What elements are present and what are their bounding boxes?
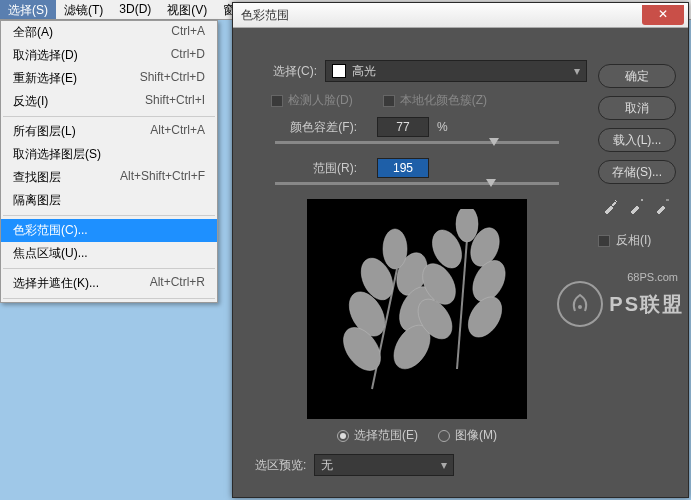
invert-checkbox[interactable]: 反相(I) bbox=[598, 232, 676, 249]
select-value: 高光 bbox=[352, 63, 376, 80]
svg-point-7 bbox=[383, 229, 407, 269]
chevron-down-icon: ▾ bbox=[574, 64, 580, 78]
load-button[interactable]: 载入(L)... bbox=[598, 128, 676, 152]
menu-filter[interactable]: 滤镜(T) bbox=[56, 0, 111, 19]
menu-focus-area[interactable]: 焦点区域(U)... bbox=[1, 242, 217, 265]
checkbox-icon bbox=[598, 235, 610, 247]
radio-icon bbox=[438, 430, 450, 442]
menu-separator bbox=[3, 116, 215, 117]
slider-thumb[interactable] bbox=[489, 138, 499, 146]
chevron-down-icon: ▾ bbox=[441, 458, 447, 472]
dialog-titlebar[interactable]: 色彩范围 ✕ bbox=[233, 3, 688, 28]
highlight-swatch bbox=[332, 64, 346, 78]
checkbox-icon bbox=[383, 95, 395, 107]
localized-clusters-checkbox: 本地化颜色簇(Z) bbox=[383, 92, 487, 109]
svg-point-14 bbox=[461, 291, 508, 343]
range-slider[interactable] bbox=[275, 182, 559, 185]
menu-select-and-mask[interactable]: 选择并遮住(K)...Alt+Ctrl+R bbox=[1, 272, 217, 295]
select-menu-dropdown: 全部(A)Ctrl+A 取消选择(D)Ctrl+D 重新选择(E)Shift+C… bbox=[0, 20, 218, 303]
selection-preview-label: 选区预览: bbox=[255, 457, 306, 474]
menu-color-range[interactable]: 色彩范围(C)... bbox=[1, 219, 217, 242]
eyedropper-minus-icon[interactable] bbox=[653, 196, 673, 216]
fuzziness-slider[interactable] bbox=[275, 141, 559, 144]
menu-isolate-layers[interactable]: 隔离图层 bbox=[1, 189, 217, 212]
selection-preview-dropdown[interactable]: 无 ▾ bbox=[314, 454, 454, 476]
menu-all[interactable]: 全部(A)Ctrl+A bbox=[1, 21, 217, 44]
eyedropper-group bbox=[598, 196, 676, 216]
dialog-side-panel: 确定 取消 载入(L)... 存储(S)... 反相(I) bbox=[598, 64, 676, 249]
menu-3d[interactable]: 3D(D) bbox=[111, 0, 159, 19]
watermark-text: PS联盟 bbox=[609, 291, 684, 318]
radio-icon bbox=[337, 430, 349, 442]
menu-select[interactable]: 选择(S) bbox=[0, 0, 56, 19]
menu-find-layers[interactable]: 查找图层Alt+Shift+Ctrl+F bbox=[1, 166, 217, 189]
menu-all-layers[interactable]: 所有图层(L)Alt+Ctrl+A bbox=[1, 120, 217, 143]
detect-faces-checkbox: 检测人脸(D) bbox=[271, 92, 353, 109]
menu-separator bbox=[3, 298, 215, 299]
menu-deselect[interactable]: 取消选择(D)Ctrl+D bbox=[1, 44, 217, 67]
select-dropdown[interactable]: 高光 ▾ bbox=[325, 60, 587, 82]
color-range-dialog: 色彩范围 ✕ 选择(C): 高光 ▾ 检测人脸(D) 本地化颜色簇(Z) bbox=[232, 2, 689, 498]
fuzziness-label: 颜色容差(F): bbox=[247, 119, 357, 136]
dialog-title: 色彩范围 bbox=[233, 7, 289, 24]
menu-view[interactable]: 视图(V) bbox=[159, 0, 215, 19]
radio-selection[interactable]: 选择范围(E) bbox=[337, 427, 418, 444]
close-button[interactable]: ✕ bbox=[642, 5, 684, 25]
save-button[interactable]: 存储(S)... bbox=[598, 160, 676, 184]
leaf-preview bbox=[317, 209, 517, 409]
menu-separator bbox=[3, 215, 215, 216]
checkbox-icon bbox=[271, 95, 283, 107]
range-input[interactable]: 195 bbox=[377, 158, 429, 178]
cancel-button[interactable]: 取消 bbox=[598, 96, 676, 120]
menu-inverse[interactable]: 反选(I)Shift+Ctrl+I bbox=[1, 90, 217, 113]
menu-reselect[interactable]: 重新选择(E)Shift+Ctrl+D bbox=[1, 67, 217, 90]
menu-deselect-layers[interactable]: 取消选择图层(S) bbox=[1, 143, 217, 166]
select-label: 选择(C): bbox=[247, 63, 317, 80]
eyedropper-icon[interactable] bbox=[601, 196, 621, 216]
eyedropper-plus-icon[interactable] bbox=[627, 196, 647, 216]
radio-image[interactable]: 图像(M) bbox=[438, 427, 497, 444]
svg-point-15 bbox=[456, 209, 478, 242]
range-label: 范围(R): bbox=[247, 160, 357, 177]
fuzziness-input[interactable]: 77 bbox=[377, 117, 429, 137]
preview-image bbox=[307, 199, 527, 419]
ok-button[interactable]: 确定 bbox=[598, 64, 676, 88]
menu-separator bbox=[3, 268, 215, 269]
slider-thumb[interactable] bbox=[486, 179, 496, 187]
percent-label: % bbox=[437, 120, 448, 134]
watermark-url: 68PS.com bbox=[627, 271, 678, 283]
